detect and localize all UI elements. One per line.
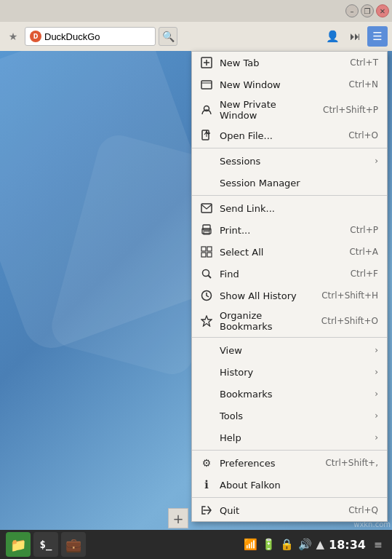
- print-shortcut: Ctrl+P: [350, 225, 378, 235]
- svg-rect-8: [201, 204, 212, 213]
- files-app-button[interactable]: 📁: [6, 532, 31, 557]
- person-button[interactable]: 👤: [322, 26, 343, 47]
- search-button[interactable]: 🔍: [159, 27, 177, 46]
- menu-item-show-all-history[interactable]: Show All History Ctrl+Shift+H: [192, 285, 387, 306]
- menu-item-send-link[interactable]: Send Link...: [192, 197, 387, 219]
- menu-item-session-manager[interactable]: Session Manager: [192, 172, 387, 194]
- bookmark-icon[interactable]: ★: [4, 28, 22, 45]
- session-manager-icon: [199, 175, 214, 190]
- quit-icon: [199, 503, 214, 518]
- menu-item-about-falkon[interactable]: ℹ About Falkon: [192, 474, 387, 496]
- print-icon: [199, 223, 214, 237]
- help-label: Help: [220, 432, 370, 443]
- taskbar: 📁 $_ 💼 📶 🔋 🔒 🔊 ▲ 18:34 ≡: [0, 530, 392, 559]
- bookmarks-icon: [199, 386, 214, 401]
- terminal-app-button[interactable]: $_: [33, 532, 58, 557]
- menu-item-bookmarks[interactable]: Bookmarks ›: [192, 383, 387, 405]
- help-arrow: ›: [375, 432, 378, 443]
- wifi-icon: 📶: [244, 538, 257, 551]
- systray: 📶 🔋 🔒 🔊 ▲ 18:34 ≡: [244, 536, 386, 552]
- divider-3: [192, 337, 387, 338]
- address-bar[interactable]: D: [25, 27, 156, 46]
- menu-item-organize-bookmarks[interactable]: Organize Bookmarks Ctrl+Shift+O: [192, 306, 387, 336]
- new-window-label: New Window: [220, 79, 342, 90]
- quit-label: Quit: [220, 505, 341, 516]
- svg-rect-14: [207, 247, 212, 251]
- preferences-label: Preferences: [220, 458, 318, 469]
- svg-marker-20: [201, 316, 212, 326]
- divider-4: [192, 450, 387, 451]
- terminal-icon: $_: [40, 539, 52, 550]
- menu-item-select-all[interactable]: Select All Ctrl+A: [192, 241, 387, 263]
- close-button[interactable]: ✕: [376, 4, 389, 17]
- select-all-label: Select All: [220, 247, 342, 258]
- help-icon: [199, 430, 214, 445]
- select-all-icon: [199, 245, 214, 259]
- tray-arrow-icon: ▲: [316, 538, 325, 551]
- show-all-history-label: Show All History: [220, 290, 314, 301]
- new-window-icon: [199, 77, 214, 92]
- find-shortcut: Ctrl+F: [351, 269, 378, 279]
- divider-1: [192, 148, 387, 148]
- titlebar: – ❐ ✕: [0, 0, 392, 22]
- taskbar-menu-button[interactable]: ≡: [370, 536, 386, 552]
- history-label: History: [220, 367, 370, 378]
- menu-item-new-window[interactable]: New Window Ctrl+N: [192, 74, 387, 95]
- sessions-arrow: ›: [375, 156, 378, 166]
- bookmarks-label: Bookmarks: [220, 389, 370, 400]
- menu-item-find[interactable]: Find Ctrl+F: [192, 263, 387, 285]
- svg-rect-9: [203, 225, 210, 230]
- organize-bookmarks-label: Organize Bookmarks: [220, 310, 314, 332]
- clock: 18:34: [329, 538, 366, 552]
- add-tab-button[interactable]: +: [168, 508, 188, 528]
- menu-item-tools[interactable]: Tools ›: [192, 405, 387, 427]
- tools-label: Tools: [220, 411, 370, 421]
- menu-item-quit[interactable]: Quit Ctrl+Q: [192, 499, 387, 521]
- menu-item-new-private-window[interactable]: New Private Window Ctrl+Shift+P: [192, 95, 387, 124]
- session-manager-label: Session Manager: [220, 178, 378, 189]
- send-link-icon: [199, 201, 214, 215]
- menu-item-help[interactable]: Help ›: [192, 427, 387, 448]
- minimize-button[interactable]: –: [345, 4, 359, 17]
- view-icon: [199, 343, 214, 357]
- history-arrow: ›: [375, 367, 378, 377]
- bookmarks-arrow: ›: [375, 389, 378, 399]
- menu-item-open-file[interactable]: Open File... Ctrl+O: [192, 124, 387, 146]
- new-tab-shortcut: Ctrl+T: [350, 58, 378, 68]
- restore-button[interactable]: ❐: [361, 4, 374, 17]
- duckduckgo-favicon: D: [30, 31, 41, 42]
- media-forward-button[interactable]: ⏭: [345, 26, 365, 47]
- divider-2: [192, 195, 387, 196]
- svg-point-12: [209, 230, 210, 231]
- menu-item-new-tab[interactable]: New Tab Ctrl+T: [192, 52, 387, 74]
- svg-rect-6: [202, 130, 209, 140]
- address-input[interactable]: [44, 31, 151, 42]
- menu-item-sessions[interactable]: Sessions ›: [192, 150, 387, 172]
- menu-item-print[interactable]: Print... Ctrl+P: [192, 219, 387, 241]
- open-file-shortcut: Ctrl+O: [348, 130, 378, 140]
- svg-line-18: [209, 276, 212, 279]
- about-icon: ℹ: [199, 477, 214, 492]
- briefcase-app-button[interactable]: 💼: [61, 532, 86, 557]
- select-all-shortcut: Ctrl+A: [349, 247, 378, 257]
- menu-item-view[interactable]: View ›: [192, 339, 387, 361]
- svg-rect-13: [201, 247, 206, 251]
- new-window-shortcut: Ctrl+N: [349, 79, 378, 90]
- tools-arrow: ›: [375, 411, 378, 421]
- svg-point-17: [203, 270, 209, 277]
- new-tab-label: New Tab: [220, 58, 343, 68]
- organize-bookmarks-icon: [199, 314, 214, 328]
- open-file-icon: [199, 128, 214, 143]
- sessions-icon: [199, 154, 214, 168]
- svg-rect-3: [201, 81, 212, 89]
- tools-icon: [199, 408, 214, 423]
- battery-icon: 🔋: [262, 538, 276, 551]
- menu-button[interactable]: ☰: [367, 26, 388, 47]
- print-label: Print...: [220, 225, 343, 236]
- history-icon: [199, 288, 214, 303]
- menu-item-history[interactable]: History ›: [192, 361, 387, 383]
- sessions-label: Sessions: [220, 156, 370, 167]
- view-label: View: [220, 345, 370, 356]
- menu-item-preferences[interactable]: ⚙ Preferences Ctrl+Shift+,: [192, 452, 387, 474]
- find-icon: [199, 266, 214, 281]
